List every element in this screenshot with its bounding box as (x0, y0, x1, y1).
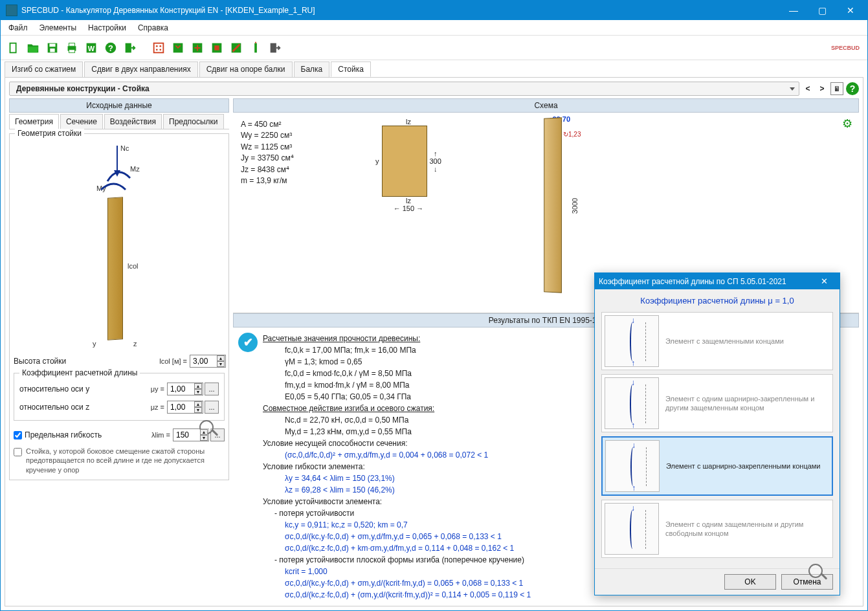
limit-browse-button[interactable]: ... (210, 428, 225, 441)
coef-y-spinner[interactable]: ▲▼ (194, 383, 202, 395)
geometry-legend: Геометрия стойки (15, 129, 84, 138)
maximize-button[interactable]: ▢ (808, 1, 836, 20)
menu-settings[interactable]: Настройки (83, 21, 131, 34)
menubar: Файл Элементы Настройки Справка (1, 20, 867, 36)
toolbar-open-icon[interactable] (24, 39, 42, 57)
limit-label: Предельная гибкость (25, 430, 151, 439)
minimize-button[interactable]: — (779, 1, 808, 20)
toolbar-help-icon[interactable]: ? (102, 39, 120, 57)
context-help-icon[interactable]: ? (846, 82, 859, 95)
toolbar-print-icon[interactable] (63, 39, 81, 57)
dialog-heading-text: Коэффициент расчетной длины μ = 1,0 (640, 296, 794, 306)
limit-spinner[interactable]: ▲▼ (200, 429, 208, 441)
structure-select[interactable]: Деревянные конструкции - Стойка (9, 82, 799, 96)
svg-rect-21 (214, 45, 219, 50)
toolbar-el1-icon[interactable] (169, 39, 187, 57)
lateral-restraint-checkbox[interactable] (14, 448, 22, 456)
geometry-group: Геометрия стойки Nc Mz My (9, 133, 229, 480)
column-diagram: Nc Mz My lcol y z (14, 139, 225, 350)
toolbar-grid-icon[interactable] (150, 39, 168, 57)
prop-jy: Jy = 33750 см⁴ (241, 153, 357, 164)
calculator-icon[interactable]: 🖩 (830, 82, 843, 95)
dialog-ok-button[interactable]: OK (724, 574, 776, 590)
toolbar-el6-icon[interactable] (266, 39, 284, 57)
dialog-title: Коэффициент расчетной длины по СП 5.05.0… (599, 277, 786, 286)
dialog-titlebar: Коэффициент расчетной длины по СП 5.05.0… (595, 273, 840, 289)
svg-rect-23 (254, 43, 257, 52)
limit-slenderness-checkbox[interactable] (14, 431, 22, 439)
option-label-1: Элемент с защемленными концами (665, 337, 830, 346)
next-button[interactable]: > (816, 83, 828, 94)
coef-y-label: относительно оси y (19, 384, 151, 394)
coef-z-symbol: μz = (151, 403, 164, 411)
moment-value: 1,23 (568, 131, 581, 138)
brand-logo: SPECBUD (831, 45, 863, 51)
subtab-geometry[interactable]: Геометрия (9, 114, 59, 129)
prop-m: m = 13,9 кг/м (241, 175, 357, 186)
prop-wy: Wy = 2250 см³ (241, 130, 357, 141)
tab-shear-two[interactable]: Сдвиг в двух направлениях (84, 61, 197, 77)
app-icon (6, 5, 17, 16)
tab-column[interactable]: Стойка (331, 61, 371, 77)
toolbar-save-icon[interactable] (43, 39, 61, 57)
option-label-4: Элемент с одним защемленным и другим сво… (665, 520, 830, 539)
toolbar-el5-icon[interactable] (247, 39, 265, 57)
main-tabs: Изгиб со сжатием Сдвиг в двух направлени… (1, 60, 867, 77)
lbl-y: y (93, 340, 96, 348)
toolbar-new-icon[interactable] (5, 39, 23, 57)
toolbar-el3-icon[interactable] (208, 39, 226, 57)
svg-rect-6 (69, 43, 74, 46)
lbl-lz-top: lz (375, 118, 441, 126)
option-diagram-3: ↓↑ (605, 440, 660, 492)
structure-select-label: Деревянные конструкции - Стойка (16, 84, 150, 93)
coef-y-browse-button[interactable]: ... (205, 383, 219, 395)
lateral-restraint-label: Стойка, у которой боковое смещение сжато… (26, 447, 225, 474)
svg-rect-1 (10, 43, 15, 52)
close-button[interactable]: ✕ (836, 1, 865, 20)
dialog-option-pinned-fixed[interactable]: ↓↑ Элемент с одним шарнирно-закрепленным… (601, 374, 833, 432)
subtab-section[interactable]: Сечение (60, 114, 103, 129)
input-panel: Исходные данные Геометрия Сечение Воздей… (9, 98, 229, 602)
height-spinner[interactable]: ▲▼ (217, 355, 225, 367)
prop-a: A = 450 см² (241, 119, 357, 130)
prev-button[interactable]: < (802, 83, 814, 94)
dialog-cancel-button[interactable]: Отмена (781, 574, 833, 590)
dialog-option-fixed-fixed[interactable]: ↓↑ Элемент с защемленными концами (601, 312, 833, 370)
coef-z-browse-button[interactable]: ... (205, 401, 219, 414)
height-symbol: lcol [м] = (159, 357, 187, 365)
svg-text:W: W (88, 44, 95, 52)
svg-text:?: ? (108, 43, 113, 52)
menu-help[interactable]: Справка (133, 21, 173, 34)
option-diagram-1: ↓↑ (605, 315, 659, 367)
panel-title-left: Исходные данные (9, 98, 229, 113)
coef-legend: Коэффициент расчетной длины (19, 368, 140, 377)
toolbar-exit-icon[interactable] (121, 39, 139, 57)
toolbar-el2-icon[interactable] (188, 39, 206, 57)
scheme-settings-icon[interactable]: ⚙ (842, 117, 855, 129)
subtab-loads[interactable]: Воздействия (104, 114, 162, 129)
dialog-close-icon[interactable]: ✕ (812, 276, 836, 287)
option-label-3: Элемент с шарнирно-закрепленными концами (666, 461, 829, 471)
svg-point-16 (156, 49, 158, 50)
tab-beam[interactable]: Балка (294, 61, 330, 77)
toolbar: W ? SPECBUD (1, 36, 867, 60)
tab-bending-compression[interactable]: Изгиб со сжатием (5, 61, 83, 77)
buckling-length-dialog: Коэффициент расчетной длины по СП 5.05.0… (594, 272, 840, 595)
coef-z-spinner[interactable]: ▲▼ (194, 401, 202, 413)
check-ok-icon: ✔ (238, 333, 258, 352)
dialog-option-pinned-pinned[interactable]: ↓↑ Элемент с шарнирно-закрепленными конц… (601, 436, 833, 496)
toolbar-el4-icon[interactable] (227, 39, 245, 57)
toolbar-word-icon[interactable]: W (82, 39, 100, 57)
limit-symbol: λlim = (151, 431, 170, 439)
svg-rect-13 (154, 43, 164, 52)
menu-elements[interactable]: Элементы (34, 21, 82, 34)
lbl-lz-bot: lz (375, 197, 441, 205)
svg-point-15 (159, 45, 161, 47)
load-arrows-icon (95, 146, 146, 197)
section-properties: A = 450 см² Wy = 2250 см³ Wz = 1125 см³ … (233, 113, 362, 313)
svg-point-17 (159, 49, 161, 50)
subtab-assumptions[interactable]: Предпосылки (163, 114, 223, 129)
dialog-option-fixed-free[interactable]: ↓ Элемент с одним защемленным и другим с… (601, 500, 833, 558)
menu-file[interactable]: Файл (3, 21, 33, 34)
tab-shear-support[interactable]: Сдвиг на опоре балки (199, 61, 293, 77)
